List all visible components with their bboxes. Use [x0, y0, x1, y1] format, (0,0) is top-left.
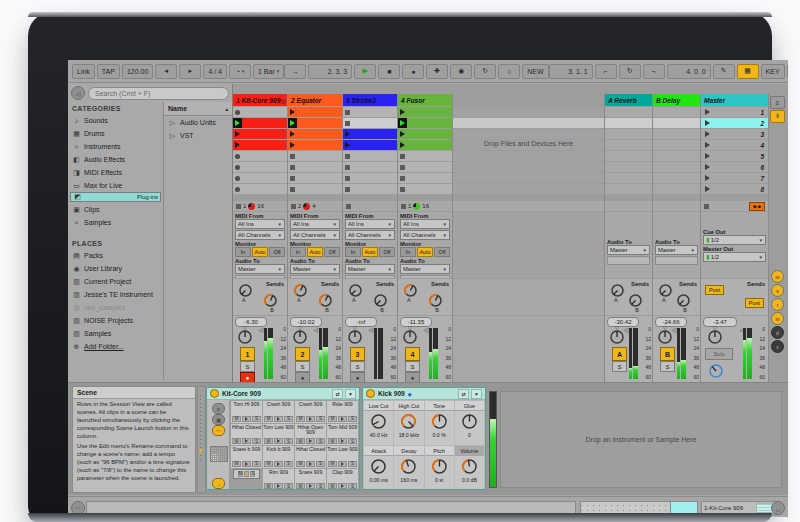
- pad-mute-button[interactable]: M: [264, 483, 273, 489]
- drum-pad-kick-909[interactable]: Kick 909 MS: [233, 469, 260, 479]
- clip-slot[interactable]: [343, 173, 397, 183]
- back-to-arrangement-button[interactable]: ▶■: [749, 202, 765, 211]
- sidebar-item-user-library[interactable]: ◉User Library: [68, 262, 163, 275]
- clip-slot[interactable]: [233, 184, 287, 194]
- track-activator-button[interactable]: 3: [350, 347, 365, 361]
- pad-solo-button[interactable]: S: [316, 461, 325, 467]
- drum-pad-crash-909[interactable]: Crash 909 MS: [295, 401, 326, 423]
- midi-channel-select[interactable]: All Channels▼: [400, 230, 450, 240]
- output-field[interactable]: [607, 256, 650, 265]
- clip-launch-icon[interactable]: [400, 142, 405, 148]
- save-preset-icon[interactable]: ▼: [471, 389, 482, 399]
- glue-knob[interactable]: [461, 413, 478, 432]
- pad-mute-button[interactable]: M: [232, 461, 241, 467]
- scene-launch-icon[interactable]: [705, 186, 710, 192]
- browser-item-vst[interactable]: ▷VST: [164, 129, 232, 142]
- midi-channel-select[interactable]: All Channels▼: [345, 230, 395, 240]
- device-view-scrollbar[interactable]: [197, 386, 206, 493]
- name-column-header[interactable]: Name: [168, 105, 187, 112]
- clip-launch-icon[interactable]: [290, 131, 295, 137]
- arrangement-position-display[interactable]: 2. 3. 3: [308, 64, 352, 79]
- pad-play-button[interactable]: [274, 416, 283, 422]
- pad-solo-button[interactable]: S: [252, 438, 261, 444]
- clip-launch-icon[interactable]: [345, 142, 350, 148]
- selected-track-indicator[interactable]: 1-Kit-Core 909: [701, 501, 779, 515]
- scene-launch-icon[interactable]: [705, 120, 710, 126]
- pad-solo-button[interactable]: S: [252, 416, 261, 422]
- drum-pad-tom-mid-909[interactable]: Tom Mid 909 MS: [327, 424, 358, 446]
- pad-mute-button[interactable]: M: [296, 461, 305, 467]
- pad-play-button[interactable]: [242, 438, 251, 444]
- master-header[interactable]: Master: [701, 94, 768, 106]
- mixer-toggle-d[interactable]: d: [771, 326, 784, 339]
- save-preset-icon[interactable]: ▼: [345, 389, 356, 399]
- device-drop-area[interactable]: Drop an Instrument or Sample Here: [500, 391, 782, 488]
- new-button[interactable]: NEW: [522, 64, 548, 79]
- pad-overview[interactable]: [210, 446, 228, 462]
- scene-launch-icon[interactable]: [705, 175, 710, 181]
- volume-knob[interactable]: [461, 458, 478, 477]
- arrangement-view-button[interactable]: ≡: [770, 96, 785, 109]
- clip-launch-icon[interactable]: [235, 131, 240, 137]
- monitor-off-button[interactable]: Off: [379, 247, 395, 257]
- clip-slot[interactable]: [288, 184, 342, 194]
- pad-play-button[interactable]: [242, 416, 251, 422]
- key-map-button[interactable]: KEY: [761, 64, 785, 79]
- track-activator-button[interactable]: 4: [405, 347, 420, 361]
- scene-launch-icon[interactable]: [705, 164, 710, 170]
- clip-launch-icon[interactable]: [290, 142, 295, 148]
- solo-button[interactable]: S: [660, 361, 675, 372]
- midi-overdub-button[interactable]: ✚: [426, 64, 448, 79]
- drum-pad-tom-low-909[interactable]: Tom Low 909 MS: [327, 446, 358, 468]
- preview-volume-knob[interactable]: [708, 363, 724, 381]
- search-input[interactable]: Search (Cmit + F): [88, 87, 229, 100]
- clip-slot[interactable]: [233, 151, 287, 161]
- track-activator-button[interactable]: 2: [295, 347, 310, 361]
- arrangement-record-button[interactable]: ●: [402, 64, 424, 79]
- monitor-auto-button[interactable]: Auto: [417, 247, 433, 257]
- pitch-knob[interactable]: [431, 458, 448, 477]
- session-record-button[interactable]: ○: [498, 64, 520, 79]
- punch-in-button[interactable]: ⌐: [595, 64, 617, 79]
- drum-pad-snare-909[interactable]: Snare 909 MS: [295, 469, 326, 491]
- pad-mute-button[interactable]: M: [328, 461, 337, 467]
- pad-mute-button[interactable]: M: [238, 471, 244, 477]
- metronome-button[interactable]: ◔▾: [229, 64, 251, 79]
- punch-out-button[interactable]: ¬: [643, 64, 665, 79]
- send-b-pre-post-toggle[interactable]: Post: [745, 298, 764, 308]
- clip-slot[interactable]: [343, 107, 397, 117]
- pad-mute-button[interactable]: M: [328, 416, 337, 422]
- return-header[interactable]: A Reverb: [605, 94, 652, 106]
- monitor-auto-button[interactable]: Auto: [307, 247, 323, 257]
- monitor-off-button[interactable]: Off: [324, 247, 340, 257]
- pad-mute-button[interactable]: M: [232, 438, 241, 444]
- hot-swap-icon[interactable]: ⇄: [458, 389, 469, 399]
- midi-from-select[interactable]: All Ins▼: [345, 219, 395, 229]
- pad-solo-button[interactable]: S: [348, 438, 357, 444]
- computer-midi-keyboard-button[interactable]: ▦: [737, 64, 759, 79]
- clip-playing-icon[interactable]: [400, 120, 405, 126]
- monitor-off-button[interactable]: Off: [434, 247, 450, 257]
- pad-solo-button[interactable]: S: [316, 416, 325, 422]
- stop-all-clips-button[interactable]: [704, 204, 709, 209]
- link-button[interactable]: Link: [72, 64, 95, 79]
- drum-pad-tom-low-909[interactable]: Tom Low 909 MS: [263, 424, 294, 446]
- pad-mute-button[interactable]: M: [264, 461, 273, 467]
- midi-channel-select[interactable]: All Channels▼: [290, 230, 340, 240]
- clip[interactable]: [343, 140, 397, 150]
- pan-knob[interactable]: [347, 329, 363, 347]
- pad-solo-button[interactable]: S: [284, 461, 293, 467]
- monitor-in-button[interactable]: In: [235, 247, 251, 257]
- pad-play-button[interactable]: [338, 483, 347, 489]
- monitor-auto-button[interactable]: Auto: [362, 247, 378, 257]
- show-pads-button[interactable]: ▦: [212, 414, 225, 425]
- show-chain-list-button[interactable]: ≡: [212, 403, 225, 414]
- pad-play-button[interactable]: [274, 483, 283, 489]
- pad-mute-button[interactable]: M: [296, 483, 305, 489]
- scene-4[interactable]: 4: [701, 140, 768, 150]
- master-solo-button[interactable]: Solo: [705, 348, 733, 360]
- track-header[interactable]: 2 Equator: [288, 94, 342, 106]
- pad-play-button[interactable]: [306, 438, 315, 444]
- track-header[interactable]: 4 Fusor: [398, 94, 452, 106]
- send-a-pre-post-toggle[interactable]: Post: [705, 285, 724, 295]
